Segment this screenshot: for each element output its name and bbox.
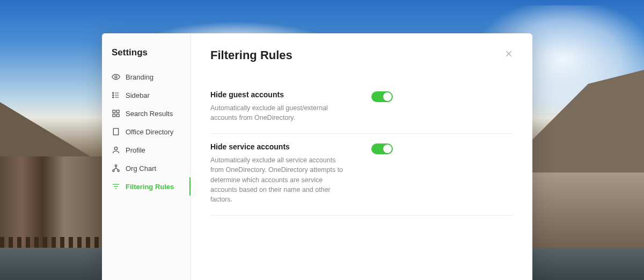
svg-rect-11 bbox=[113, 128, 118, 135]
filter-icon bbox=[112, 182, 120, 191]
svg-point-0 bbox=[115, 76, 117, 78]
toggle-wrap bbox=[371, 142, 393, 154]
svg-rect-8 bbox=[116, 110, 119, 113]
settings-modal: Settings Branding Sidebar Search Results… bbox=[102, 33, 532, 280]
settings-sidebar: Settings Branding Sidebar Search Results… bbox=[102, 33, 191, 280]
toggle-hide-guest-accounts[interactable] bbox=[371, 91, 393, 102]
setting-text: Hide service accounts Automatically excl… bbox=[210, 142, 350, 204]
sidebar-item-label: Profile bbox=[126, 146, 145, 154]
sidebar-item-label: Filtering Rules bbox=[126, 183, 174, 191]
toggle-wrap bbox=[371, 90, 393, 102]
grid-icon bbox=[112, 109, 120, 118]
sidebar-item-search-results[interactable]: Search Results bbox=[102, 104, 191, 123]
svg-rect-7 bbox=[113, 110, 115, 113]
svg-point-20 bbox=[113, 170, 114, 171]
person-icon bbox=[112, 146, 120, 154]
settings-content: Filtering Rules Hide guest accounts Auto… bbox=[191, 33, 532, 280]
sidebar-item-label: Office Directory bbox=[126, 128, 173, 136]
setting-hide-guest-accounts: Hide guest accounts Automatically exclud… bbox=[210, 82, 513, 134]
setting-description: Automatically exclude all guest/external… bbox=[210, 103, 350, 123]
setting-description: Automatically exclude all service accoun… bbox=[210, 155, 350, 204]
svg-point-19 bbox=[115, 165, 116, 167]
sidebar-item-label: Sidebar bbox=[126, 91, 150, 99]
sidebar-item-office-directory[interactable]: Office Directory bbox=[102, 123, 191, 141]
svg-point-3 bbox=[113, 95, 114, 96]
sidebar-item-sidebar[interactable]: Sidebar bbox=[102, 86, 191, 104]
setting-title: Hide service accounts bbox=[210, 142, 350, 151]
svg-point-5 bbox=[113, 97, 114, 98]
close-icon bbox=[504, 49, 513, 58]
sidebar-icon bbox=[112, 91, 120, 99]
sidebar-title: Settings bbox=[102, 45, 191, 68]
sidebar-item-org-chart[interactable]: Org Chart bbox=[102, 159, 191, 177]
sidebar-item-profile[interactable]: Profile bbox=[102, 141, 191, 159]
setting-text: Hide guest accounts Automatically exclud… bbox=[210, 90, 350, 123]
svg-rect-9 bbox=[113, 114, 115, 117]
svg-point-21 bbox=[118, 170, 119, 171]
sidebar-item-label: Org Chart bbox=[126, 164, 156, 173]
sidebar-item-filtering-rules[interactable]: Filtering Rules bbox=[102, 177, 191, 196]
page-title: Filtering Rules bbox=[210, 48, 513, 62]
svg-point-18 bbox=[114, 147, 117, 150]
sidebar-item-label: Branding bbox=[126, 73, 153, 81]
close-button[interactable] bbox=[502, 47, 515, 60]
setting-title: Hide guest accounts bbox=[210, 90, 350, 99]
toggle-hide-service-accounts[interactable] bbox=[371, 143, 393, 154]
building-icon bbox=[112, 127, 120, 136]
svg-point-1 bbox=[113, 92, 114, 94]
sidebar-item-label: Search Results bbox=[126, 110, 173, 118]
setting-hide-service-accounts: Hide service accounts Automatically excl… bbox=[210, 134, 513, 216]
orgchart-icon bbox=[112, 164, 120, 173]
eye-icon bbox=[112, 73, 120, 81]
svg-rect-10 bbox=[116, 114, 119, 117]
sidebar-item-branding[interactable]: Branding bbox=[102, 68, 191, 86]
